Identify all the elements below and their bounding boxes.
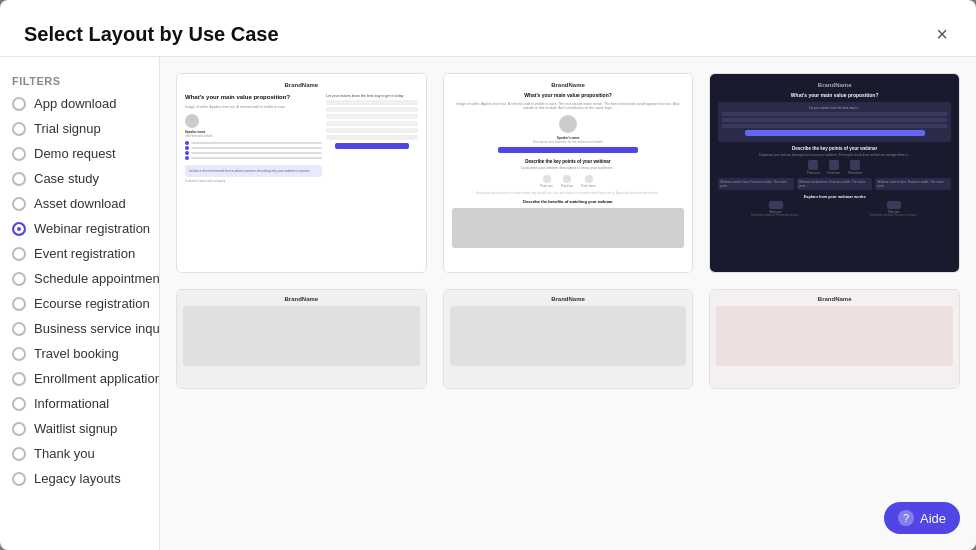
preview-section-2: Describe the benefits of watching your w… bbox=[452, 199, 685, 204]
preview-dark-section-2: Explain how your webinar works bbox=[718, 194, 951, 199]
radio-app-download bbox=[12, 97, 26, 111]
sidebar-item-thank-you[interactable]: Thank you bbox=[0, 441, 159, 466]
sidebar-label-informational: Informational bbox=[34, 396, 109, 411]
sidebar-item-business-service-inquiry[interactable]: Business service inquiry bbox=[0, 316, 159, 341]
layout-preview-2: BrandName What's your main value proposi… bbox=[444, 74, 693, 272]
radio-travel-booking bbox=[12, 347, 26, 361]
sidebar-item-ecourse-registration[interactable]: Ecourse registration bbox=[0, 291, 159, 316]
preview-heading-3: What's your main value proposition? bbox=[718, 92, 951, 99]
sidebar-item-asset-download[interactable]: Asset download bbox=[0, 191, 159, 216]
content-area: BrandName What's your main value proposi… bbox=[160, 57, 976, 550]
preview-dark-icons: Point one Point two Point three bbox=[718, 160, 951, 175]
layouts-grid: BrandName What's your main value proposi… bbox=[176, 73, 960, 389]
sidebar-item-schedule-appointment[interactable]: Schedule appointment bbox=[0, 266, 159, 291]
radio-trial-signup bbox=[12, 122, 26, 136]
sidebar-label-travel-booking: Travel booking bbox=[34, 346, 119, 361]
layout-card-5[interactable]: BrandName bbox=[443, 289, 694, 389]
help-label: Aide bbox=[920, 511, 946, 526]
preview-image bbox=[452, 208, 685, 248]
modal-header: Select Layout by Use Case × bbox=[0, 0, 976, 57]
close-button[interactable]: × bbox=[932, 20, 952, 48]
sidebar-label-case-study: Case study bbox=[34, 171, 99, 186]
sidebar-label-enrollment-application: Enrollment application bbox=[34, 371, 160, 386]
radio-ecourse-registration bbox=[12, 297, 26, 311]
radio-case-study bbox=[12, 172, 26, 186]
sidebar-item-webinar-registration[interactable]: Webinar registration bbox=[0, 216, 159, 241]
preview-brand-1: BrandName bbox=[185, 82, 418, 88]
sidebar-label-demo-request: Demo request bbox=[34, 146, 116, 161]
filter-list: App downloadTrial signupDemo requestCase… bbox=[0, 91, 159, 491]
preview-brand-3: BrandName bbox=[718, 82, 951, 88]
preview-brand-2: BrandName bbox=[452, 82, 685, 88]
sidebar-item-enrollment-application[interactable]: Enrollment application bbox=[0, 366, 159, 391]
radio-enrollment-application bbox=[12, 372, 26, 386]
sidebar-item-app-download[interactable]: App download bbox=[0, 91, 159, 116]
layout-preview-5: BrandName bbox=[444, 290, 693, 389]
modal-overlay: Select Layout by Use Case × Filters App … bbox=[0, 0, 976, 550]
modal: Select Layout by Use Case × Filters App … bbox=[0, 0, 976, 550]
sidebar-label-trial-signup: Trial signup bbox=[34, 121, 101, 136]
sidebar-item-waitlist-signup[interactable]: Waitlist signup bbox=[0, 416, 159, 441]
sidebar-item-trial-signup[interactable]: Trial signup bbox=[0, 116, 159, 141]
filters-label: Filters bbox=[0, 69, 159, 91]
layout-card-1[interactable]: BrandName What's your main value proposi… bbox=[176, 73, 427, 273]
radio-schedule-appointment bbox=[12, 272, 26, 286]
sidebar-label-asset-download: Asset download bbox=[34, 196, 126, 211]
layout-card-3[interactable]: BrandName What's your main value proposi… bbox=[709, 73, 960, 273]
radio-webinar-registration bbox=[12, 222, 26, 236]
radio-informational bbox=[12, 397, 26, 411]
layout-preview-4: BrandName bbox=[177, 290, 426, 389]
radio-event-registration bbox=[12, 247, 26, 261]
radio-business-service-inquiry bbox=[12, 322, 26, 336]
radio-waitlist-signup bbox=[12, 422, 26, 436]
sidebar: Filters App downloadTrial signupDemo req… bbox=[0, 57, 160, 550]
help-button[interactable]: ? Aide bbox=[884, 502, 960, 534]
layout-preview-1: BrandName What's your main value proposi… bbox=[177, 74, 426, 272]
preview-section-1: Describe the key points of your webinar bbox=[452, 159, 685, 164]
sidebar-label-legacy-layouts: Legacy layouts bbox=[34, 471, 121, 486]
sidebar-label-waitlist-signup: Waitlist signup bbox=[34, 421, 117, 436]
preview-subtext-2: Image of seller. Applies here too. A rel… bbox=[452, 102, 685, 112]
help-icon: ? bbox=[898, 510, 914, 526]
sidebar-item-event-registration[interactable]: Event registration bbox=[0, 241, 159, 266]
preview-dark-section-1: Describe the key points of your webinar bbox=[718, 146, 951, 151]
preview-points-subtext: Customise your webinar description to kn… bbox=[452, 166, 685, 171]
preview-text-1: A question asks visitors to consider wha… bbox=[452, 191, 685, 195]
sidebar-item-case-study[interactable]: Case study bbox=[0, 166, 159, 191]
modal-body: Filters App downloadTrial signupDemo req… bbox=[0, 57, 976, 550]
preview-heading-1: What's your main value proposition? bbox=[185, 94, 322, 102]
sidebar-item-travel-booking[interactable]: Travel booking bbox=[0, 341, 159, 366]
sidebar-item-demo-request[interactable]: Demo request bbox=[0, 141, 159, 166]
sidebar-item-legacy-layouts[interactable]: Legacy layouts bbox=[0, 466, 159, 491]
sidebar-label-ecourse-registration: Ecourse registration bbox=[34, 296, 150, 311]
radio-asset-download bbox=[12, 197, 26, 211]
preview-icons-row: Point one Point two Point three bbox=[452, 175, 685, 188]
layout-card-2[interactable]: BrandName What's your main value proposi… bbox=[443, 73, 694, 273]
layout-preview-6: BrandName bbox=[710, 290, 959, 389]
sidebar-label-webinar-registration: Webinar registration bbox=[34, 221, 150, 236]
radio-demo-request bbox=[12, 147, 26, 161]
sidebar-item-informational[interactable]: Informational bbox=[0, 391, 159, 416]
sidebar-label-event-registration: Event registration bbox=[34, 246, 135, 261]
preview-heading-2: What's your main value proposition? bbox=[452, 92, 685, 99]
modal-title: Select Layout by Use Case bbox=[24, 23, 279, 46]
sidebar-label-thank-you: Thank you bbox=[34, 446, 95, 461]
preview-subtext-1: Image of seller. Applies here too. A rel… bbox=[185, 105, 322, 110]
layout-preview-3: BrandName What's your main value proposi… bbox=[710, 74, 959, 272]
layout-card-6[interactable]: BrandName bbox=[709, 289, 960, 389]
layout-card-4[interactable]: BrandName bbox=[176, 289, 427, 389]
sidebar-label-schedule-appointment: Schedule appointment bbox=[34, 271, 160, 286]
radio-legacy-layouts bbox=[12, 472, 26, 486]
radio-thank-you bbox=[12, 447, 26, 461]
sidebar-label-app-download: App download bbox=[34, 96, 116, 111]
sidebar-label-business-service-inquiry: Business service inquiry bbox=[34, 321, 160, 336]
